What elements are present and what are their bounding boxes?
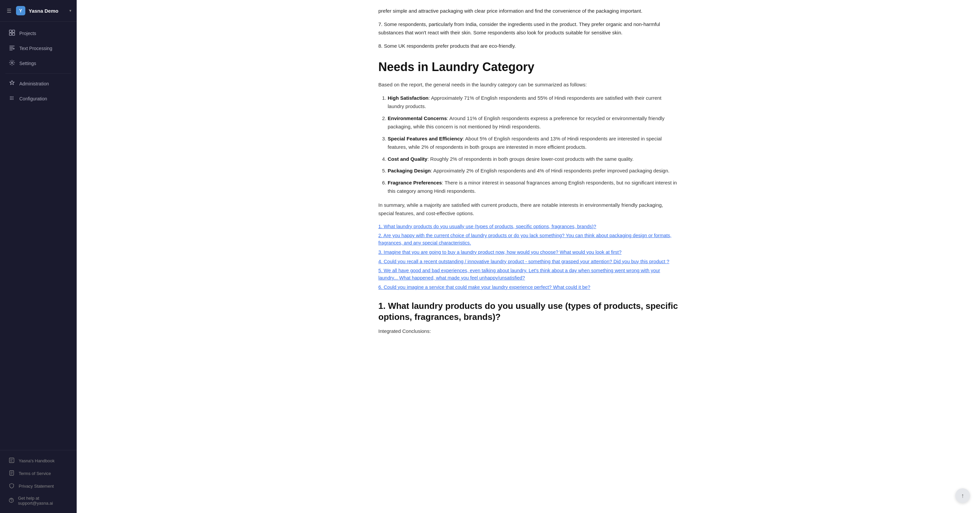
- integrated-conclusions-label: Integrated Conclusions:: [378, 327, 678, 336]
- svg-point-8: [11, 96, 12, 97]
- footer-item-support[interactable]: Get help at support@yasna.ai: [3, 493, 74, 509]
- svg-point-12: [13, 98, 13, 99]
- sidebar-title: Yasna Demo: [29, 8, 66, 14]
- needs-item-5: Packaging Design: Approximately 2% of En…: [388, 166, 678, 175]
- hamburger-icon[interactable]: ☰: [5, 6, 13, 15]
- sidebar-footer: Yasna's Handbook Terms of Service Privac…: [0, 450, 77, 513]
- svg-point-4: [11, 62, 13, 64]
- needs-item-5-bold: Packaging Design: [388, 168, 431, 174]
- needs-item-1-bold: High Satisfaction: [388, 95, 429, 101]
- sidebar-item-administration[interactable]: Administration: [3, 76, 74, 91]
- administration-icon: [9, 80, 15, 88]
- terms-label: Terms of Service: [19, 471, 51, 476]
- content-area: prefer simple and attractive packaging w…: [378, 0, 678, 336]
- svg-point-7: [10, 99, 11, 100]
- sidebar-item-configuration[interactable]: Configuration: [3, 91, 74, 106]
- handbook-icon: [9, 458, 15, 464]
- scroll-top-button[interactable]: ↑: [955, 488, 970, 503]
- svg-point-9: [11, 98, 12, 99]
- needs-item-3-bold: Special Features and Efficiency: [388, 136, 463, 142]
- main-content: prefer simple and attractive packaging w…: [77, 0, 980, 513]
- settings-icon: [9, 60, 15, 67]
- footer-item-handbook[interactable]: Yasna's Handbook: [3, 455, 74, 467]
- projects-label: Projects: [19, 31, 37, 36]
- question-link-4[interactable]: 4. Could you recall a recent outstanding…: [378, 258, 678, 266]
- needs-item-4: Cost and Quality: Roughly 2% of responde…: [388, 155, 678, 163]
- sidebar: ☰ Y Yasna Demo ▾ Projects Text Processin…: [0, 0, 77, 513]
- needs-list: High Satisfaction: Approximately 71% of …: [388, 94, 678, 196]
- question1-heading: 1. What laundry products do you usually …: [378, 301, 678, 323]
- text-processing-label: Text Processing: [19, 46, 52, 51]
- needs-item-3: Special Features and Efficiency: About 5…: [388, 134, 678, 151]
- needs-intro: Based on the report, the general needs i…: [378, 80, 678, 89]
- text-processing-icon: [9, 45, 15, 52]
- projects-icon: [9, 30, 15, 37]
- privacy-icon: [9, 483, 15, 489]
- needs-item-6-bold: Fragrance Preferences: [388, 180, 442, 185]
- needs-item-6: Fragrance Preferences: There is a minor …: [388, 178, 678, 196]
- needs-item-1-text: : Approximately 71% of English responden…: [388, 95, 661, 109]
- sidebar-header[interactable]: ☰ Y Yasna Demo ▾: [0, 0, 77, 22]
- terms-icon: [9, 470, 15, 476]
- needs-item-2-bold: Environmental Concerns: [388, 115, 447, 121]
- svg-rect-3: [12, 33, 15, 35]
- svg-point-13: [13, 99, 13, 100]
- svg-point-5: [10, 96, 11, 97]
- needs-summary: In summary, while a majority are satisfi…: [378, 201, 678, 218]
- svg-rect-2: [10, 33, 12, 35]
- sidebar-item-text-processing[interactable]: Text Processing: [3, 41, 74, 56]
- question-link-2[interactable]: 2. Are you happy with the current choice…: [378, 232, 678, 247]
- needs-item-4-text: : Roughly 2% of respondents in both grou…: [427, 156, 633, 162]
- sidebar-item-settings[interactable]: Settings: [3, 56, 74, 71]
- sidebar-divider: [5, 73, 72, 74]
- configuration-label: Configuration: [19, 96, 47, 101]
- footer-item-privacy[interactable]: Privacy Statement: [3, 480, 74, 492]
- top-para-2: 7. Some respondents, particularly from I…: [378, 20, 678, 37]
- sidebar-chevron-icon[interactable]: ▾: [69, 8, 72, 13]
- svg-point-10: [11, 99, 12, 100]
- sidebar-item-projects[interactable]: Projects: [3, 26, 74, 41]
- footer-item-terms[interactable]: Terms of Service: [3, 467, 74, 480]
- top-para-3: 8. Some UK respondents prefer products t…: [378, 42, 678, 50]
- scroll-top-icon: ↑: [961, 492, 964, 499]
- needs-item-4-bold: Cost and Quality: [388, 156, 427, 162]
- support-icon: [9, 498, 14, 504]
- sidebar-logo: Y: [16, 6, 25, 15]
- privacy-label: Privacy Statement: [19, 484, 54, 489]
- configuration-icon: [9, 95, 15, 102]
- question-link-5[interactable]: 5. We all have good and bad experiences,…: [378, 267, 678, 282]
- handbook-label: Yasna's Handbook: [19, 458, 55, 463]
- svg-point-6: [10, 98, 11, 99]
- question-link-6[interactable]: 6. Could you imagine a service that coul…: [378, 284, 678, 291]
- svg-rect-0: [10, 30, 12, 32]
- question-link-1[interactable]: 1. What laundry products do you usually …: [378, 223, 678, 231]
- needs-item-1: High Satisfaction: Approximately 71% of …: [388, 94, 678, 111]
- administration-label: Administration: [19, 81, 49, 86]
- settings-label: Settings: [19, 61, 37, 66]
- svg-point-11: [13, 96, 13, 97]
- question-links: 1. What laundry products do you usually …: [378, 223, 678, 291]
- support-label: Get help at support@yasna.ai: [18, 495, 68, 506]
- svg-point-17: [11, 501, 11, 502]
- question-link-3[interactable]: 3. Imagine that you are going to buy a l…: [378, 249, 678, 256]
- needs-item-5-text: : Approximately 2% of English respondent…: [431, 168, 669, 174]
- svg-rect-1: [12, 30, 15, 32]
- needs-heading: Needs in Laundry Category: [378, 59, 678, 74]
- sidebar-nav: Projects Text Processing Settings Admini…: [0, 22, 77, 450]
- top-para-1: prefer simple and attractive packaging w…: [378, 7, 678, 15]
- needs-item-2: Environmental Concerns: Around 11% of En…: [388, 114, 678, 131]
